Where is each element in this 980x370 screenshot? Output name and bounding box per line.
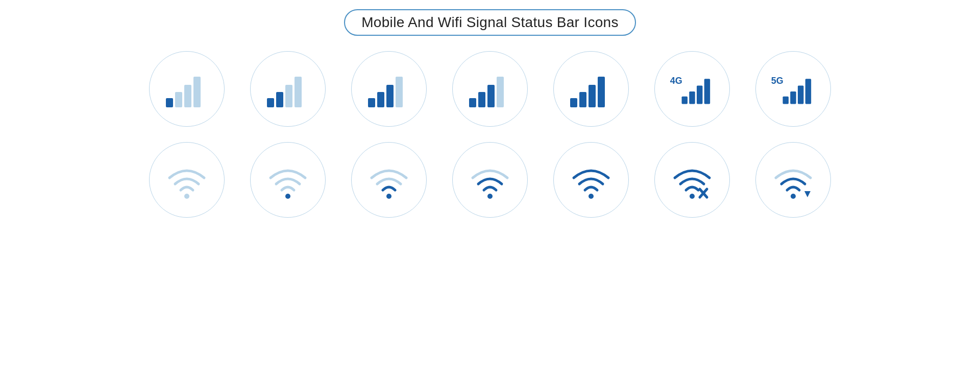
svg-rect-12 — [469, 98, 476, 107]
svg-rect-4 — [267, 98, 274, 107]
svg-rect-18 — [589, 85, 596, 107]
signal-1-icon — [149, 51, 225, 127]
svg-rect-26 — [783, 97, 789, 104]
icons-area: 4G 5G — [149, 51, 831, 218]
signal-3-icon — [351, 51, 427, 127]
svg-rect-21 — [682, 97, 688, 104]
svg-rect-6 — [285, 85, 292, 107]
svg-rect-23 — [697, 85, 702, 104]
svg-point-38 — [791, 194, 796, 199]
wifi-x-icon — [654, 142, 730, 218]
signal-2-icon — [250, 51, 326, 127]
title-container: Mobile And Wifi Signal Status Bar Icons — [344, 9, 636, 36]
wifi-down-icon — [755, 142, 831, 218]
svg-rect-11 — [396, 77, 403, 107]
svg-rect-29 — [805, 79, 811, 104]
svg-rect-27 — [790, 91, 796, 104]
svg-rect-17 — [579, 92, 586, 107]
wifi-4-icon — [553, 142, 629, 218]
svg-marker-39 — [804, 191, 811, 197]
wifi-2-icon — [351, 142, 427, 218]
svg-rect-15 — [497, 77, 504, 107]
signal-4-icon — [452, 51, 528, 127]
svg-rect-2 — [184, 85, 191, 107]
svg-point-34 — [589, 194, 594, 199]
svg-text:4G: 4G — [670, 76, 682, 86]
signal-4g-icon: 4G — [654, 51, 730, 127]
svg-rect-14 — [487, 85, 495, 107]
svg-rect-28 — [798, 85, 803, 104]
svg-point-30 — [184, 194, 189, 199]
svg-rect-22 — [689, 91, 695, 104]
svg-rect-16 — [570, 98, 577, 107]
wifi-row — [149, 142, 831, 218]
wifi-3-icon — [452, 142, 528, 218]
svg-rect-7 — [295, 77, 302, 107]
svg-rect-8 — [368, 98, 375, 107]
svg-point-35 — [690, 194, 695, 199]
svg-rect-5 — [276, 92, 283, 107]
svg-point-31 — [285, 194, 290, 199]
svg-rect-10 — [386, 85, 394, 107]
wifi-1-icon — [250, 142, 326, 218]
signal-row: 4G 5G — [149, 51, 831, 127]
page-title: Mobile And Wifi Signal Status Bar Icons — [361, 14, 619, 30]
svg-rect-0 — [166, 98, 173, 107]
signal-5g-icon: 5G — [755, 51, 831, 127]
svg-point-33 — [487, 194, 493, 199]
svg-point-32 — [386, 194, 391, 199]
svg-rect-1 — [175, 92, 182, 107]
wifi-0-icon — [149, 142, 225, 218]
svg-rect-13 — [478, 92, 485, 107]
signal-5-icon — [553, 51, 629, 127]
svg-rect-9 — [377, 92, 384, 107]
svg-text:5G: 5G — [771, 76, 783, 86]
svg-rect-3 — [193, 77, 201, 107]
svg-rect-19 — [598, 77, 605, 107]
svg-rect-24 — [704, 79, 710, 104]
